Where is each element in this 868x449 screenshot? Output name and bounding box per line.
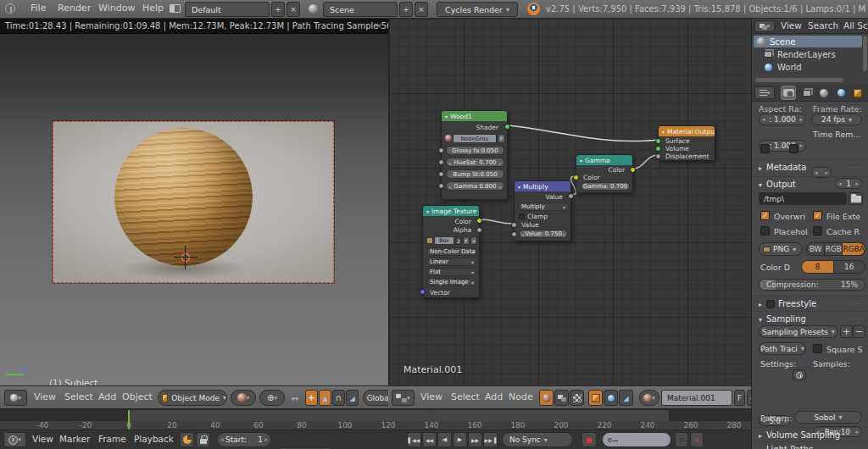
cache-result-checkbox[interactable] — [813, 226, 822, 236]
material-fake-user-button[interactable]: F — [734, 390, 745, 406]
image-alpha-output-socket[interactable] — [476, 227, 482, 233]
image-colorspace-select[interactable]: Non-Color Data — [426, 247, 477, 256]
world-shader-toggle[interactable] — [604, 390, 618, 406]
crop-checkbox[interactable] — [789, 144, 798, 153]
node-wood-header[interactable]: Wood1 — [442, 111, 507, 121]
tab-scene[interactable] — [816, 86, 832, 100]
wood-input-socket[interactable] — [438, 171, 444, 177]
tl-menu-marker[interactable]: Marker — [59, 434, 90, 444]
panel-output[interactable]: Output⋯⋯ — [752, 176, 868, 189]
add-layout-button[interactable]: + — [271, 2, 285, 17]
viewport-3d[interactable]: (1) Subject — [0, 34, 388, 385]
next-keyframe-button[interactable]: ▶▶ — [468, 432, 482, 447]
outliner-item-renderlayers[interactable]: RenderLayers — [764, 48, 862, 60]
overwrite-checkbox[interactable] — [760, 211, 770, 220]
integrator-select[interactable]: Path Traci — [759, 342, 806, 355]
panel-sampling[interactable]: Sampling⋯⋯ — [752, 311, 868, 324]
color-mode-rgba[interactable]: RGBA — [842, 242, 865, 256]
shader-nodes-toggle[interactable] — [539, 390, 554, 406]
ol-menu-search[interactable]: Search — [808, 20, 838, 30]
compression-slider[interactable]: Compression: 15% — [759, 279, 865, 291]
editor-type-3dview-button[interactable] — [4, 390, 27, 406]
material-browse-button[interactable] — [639, 390, 659, 406]
node-math-multiply[interactable]: Multiply Value Multiply Clamp Value Valu… — [514, 180, 571, 241]
sync-mode-select[interactable]: No Sync — [502, 432, 573, 447]
image-fake-user-button[interactable]: F — [463, 236, 470, 245]
vp-menu-select[interactable]: Select — [64, 391, 93, 402]
snap-toggle[interactable] — [288, 391, 302, 405]
wood-shader-output-socket[interactable] — [504, 124, 510, 130]
outliner-vscrollbar[interactable] — [863, 36, 867, 71]
editor-type-outliner-button[interactable] — [754, 20, 775, 32]
math-value-output-socket[interactable] — [568, 193, 574, 199]
math-operation-select[interactable]: Multiply — [518, 202, 569, 211]
placeholders-checkbox[interactable] — [760, 226, 770, 236]
translate-manipulator[interactable] — [319, 390, 331, 406]
wood-slider-huesat[interactable]: HueSat: 0.700 — [446, 158, 504, 167]
mode-select[interactable]: Object Mode — [158, 390, 227, 406]
ol-menu-view[interactable]: View — [781, 20, 802, 30]
image-interpolation-select[interactable]: Linear — [426, 258, 477, 266]
fake-user-button[interactable]: F — [498, 134, 505, 143]
screen-layout-icon[interactable] — [170, 4, 181, 14]
preview-range-button[interactable] — [180, 432, 194, 447]
insert-keyframe-button[interactable] — [675, 432, 688, 447]
pivot-point-select[interactable] — [259, 390, 285, 406]
image-color-output-socket[interactable] — [476, 218, 482, 224]
lineart-shader-toggle[interactable] — [619, 390, 633, 406]
node-image-header[interactable]: Image Texture — [423, 206, 479, 216]
math-value1-input-socket[interactable] — [511, 222, 517, 228]
image-datablock[interactable]: Box 2 F × — [426, 236, 477, 245]
node-image-texture[interactable]: Image Texture Color Alpha Box 2 F × Non-… — [422, 205, 480, 298]
add-preset-button[interactable]: + — [840, 325, 853, 338]
lock-range-button[interactable] — [196, 432, 210, 447]
node-wood-group[interactable]: Wood1 Shader NodeGrou F Glossy fa:0.050 … — [441, 110, 508, 200]
tl-menu-playback[interactable]: Playback — [134, 434, 174, 444]
gamma-value-slider[interactable]: Gamma: 0.700 — [581, 182, 630, 191]
render-engine-select[interactable]: Cycles Render — [437, 2, 518, 17]
file-extensions-checkbox[interactable] — [813, 211, 822, 220]
menu-window[interactable]: Window — [98, 3, 135, 14]
fps-select[interactable]: 24 fps — [811, 114, 862, 125]
tab-render-layers[interactable] — [799, 86, 815, 100]
depth-16[interactable]: 16 — [833, 260, 866, 274]
border-checkbox[interactable] — [760, 144, 770, 153]
object-shader-toggle[interactable] — [588, 390, 603, 406]
sampling-presets-select[interactable]: Sampling Presets — [759, 325, 838, 338]
material-name-field[interactable]: Material.001 — [661, 390, 732, 406]
menu-help[interactable]: Help — [142, 3, 164, 14]
delete-layout-button[interactable]: × — [287, 2, 300, 17]
tab-world[interactable] — [833, 86, 849, 100]
vp-menu-view[interactable]: View — [34, 391, 56, 402]
current-frame-playhead[interactable] — [128, 410, 130, 430]
pattern-select[interactable]: Sobol — [794, 411, 862, 424]
node-gamma-header[interactable]: Gamma — [576, 155, 632, 165]
wood-input-socket[interactable] — [438, 147, 444, 153]
wood-input-socket[interactable] — [438, 159, 444, 165]
output-volume-socket[interactable] — [655, 146, 661, 152]
image-projection-select[interactable]: Flat — [426, 268, 477, 276]
square-samples-checkbox[interactable] — [813, 344, 822, 353]
color-mode-bw[interactable]: BW — [806, 242, 825, 256]
output-displacement-socket[interactable] — [655, 153, 661, 159]
freestyle-checkbox[interactable] — [766, 300, 775, 308]
blender-info-menu-icon[interactable] — [5, 3, 15, 15]
tab-render[interactable] — [781, 86, 796, 100]
jump-to-end-button[interactable]: ▶▶▐ — [483, 432, 498, 447]
wood-slider-gamma[interactable]: Gamma 0.800 — [446, 181, 504, 191]
auto-keyframe-record-button[interactable]: ● — [581, 432, 597, 447]
math-clamp-row[interactable]: Clamp — [519, 213, 548, 220]
color-mode-rgb[interactable]: RGB — [824, 242, 843, 256]
wood-input-socket[interactable] — [438, 183, 444, 189]
aspect-x-field[interactable]: : 1.000 — [759, 114, 806, 125]
gamma-color-output-socket[interactable] — [630, 167, 636, 173]
node-editor-canvas[interactable]: Wood1 Shader NodeGrou F Glossy fa:0.050 … — [388, 19, 751, 385]
tab-object[interactable] — [850, 86, 865, 100]
wood-group-datablock[interactable]: NodeGrou F — [445, 134, 505, 143]
wood-slider-bump[interactable]: Bump St:0.050 — [446, 169, 504, 179]
image-source-select[interactable]: Single Image — [426, 278, 477, 286]
panel-volume-sampling[interactable]: Volume Sampling⋯⋯ — [752, 427, 868, 440]
image-users-count[interactable]: 2 — [455, 236, 462, 245]
panel-freestyle[interactable]: Freestyle⋯⋯ — [752, 296, 868, 308]
editor-type-properties-button[interactable] — [754, 86, 775, 99]
